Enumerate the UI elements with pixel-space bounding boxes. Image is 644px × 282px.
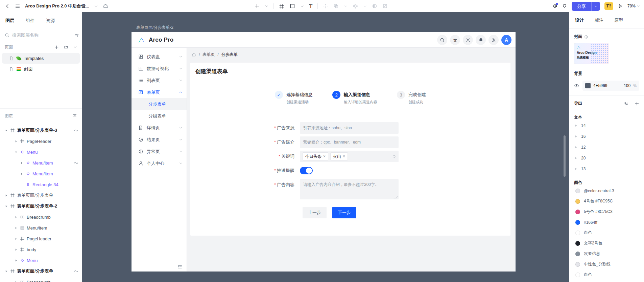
- filter-icon[interactable]: [74, 33, 79, 38]
- step-1[interactable]: ✓ 选择基础信息 创建渠道活动: [275, 91, 313, 105]
- design-canvas[interactable]: 表单页面/分步表单-2 Arco Pro 文 A 仪表盘 数据可视化: [82, 12, 569, 282]
- visibility-eye-icon[interactable]: [574, 83, 579, 88]
- mock-sidebar-fold-icon[interactable]: [177, 264, 183, 269]
- background-color-field[interactable]: 4E5969 100 %: [582, 81, 639, 91]
- color-row[interactable]: 5号色 #8C75C3: [569, 207, 644, 217]
- keywords-tag-input[interactable]: 今日头条× 火山×: [300, 151, 399, 162]
- mock-menu-exception[interactable]: 异常页: [132, 146, 187, 157]
- mock-menu-result[interactable]: 结果页: [132, 134, 187, 146]
- mock-menu-form[interactable]: 表单页: [132, 86, 187, 98]
- opacity-value[interactable]: 100: [624, 83, 630, 88]
- user-avatar-badge[interactable]: T?: [604, 2, 613, 10]
- title-dropdown-icon[interactable]: [94, 4, 98, 8]
- color-row[interactable]: 次要信息: [569, 248, 644, 259]
- tab-design[interactable]: 设计: [575, 17, 584, 23]
- search-input[interactable]: [12, 32, 72, 38]
- resize-handle[interactable]: [393, 196, 399, 198]
- mock-menu-group-form[interactable]: 分组表单: [132, 110, 187, 122]
- move-tool-icon[interactable]: [323, 3, 328, 9]
- color-row[interactable]: 白色: [569, 269, 644, 280]
- mock-settings-icon[interactable]: [488, 35, 499, 45]
- zoom-dropdown-icon[interactable]: [637, 4, 640, 8]
- layer-row[interactable]: Breadcrumb: [0, 212, 82, 222]
- tab-annotate[interactable]: 标注: [595, 17, 603, 23]
- text-size-row[interactable]: 16: [569, 131, 644, 142]
- present-play-icon[interactable]: [618, 3, 623, 9]
- layer-row[interactable]: Menu/item: [0, 157, 82, 168]
- canvas-scrollbar[interactable]: [564, 135, 566, 177]
- keyword-tag[interactable]: 今日头条×: [303, 152, 328, 160]
- text-size-row[interactable]: 12: [569, 142, 644, 153]
- mock-theme-icon[interactable]: [463, 35, 473, 45]
- keyword-tag[interactable]: 火山×: [330, 152, 348, 160]
- color-row[interactable]: 4号色 #F8C95C: [569, 196, 644, 207]
- page-folder-icon[interactable]: [64, 45, 68, 49]
- color-row[interactable]: 中性色_分割线: [569, 259, 644, 269]
- text-tool-icon[interactable]: T: [309, 3, 312, 9]
- frame-label[interactable]: 表单页面/分步表单-2: [136, 25, 173, 30]
- main-menu-icon[interactable]: [15, 3, 20, 9]
- tab-resources[interactable]: 资源: [46, 18, 55, 24]
- text-size-row[interactable]: 20: [569, 153, 644, 164]
- share-button[interactable]: 分享: [572, 2, 600, 11]
- boolean-tool-icon[interactable]: [333, 3, 339, 9]
- ad-content-textarea[interactable]: 请输入广告内容介绍，最多不超过200字。: [300, 179, 399, 199]
- mock-bell-icon[interactable]: [476, 35, 486, 45]
- component-tool-icon[interactable]: [353, 3, 358, 9]
- layer-row[interactable]: body: [0, 244, 82, 255]
- layer-row[interactable]: 表单页面/分步表单: [0, 266, 82, 277]
- mock-menu-dashboard[interactable]: 仪表盘: [132, 51, 187, 63]
- ad-source-input[interactable]: 引荐来源地址：sohu、sina: [300, 122, 399, 134]
- insert-tool-dropdown-icon[interactable]: [265, 4, 268, 8]
- document-title[interactable]: Arco Design Pro 2.0 中后台设...: [25, 3, 89, 9]
- plugins-icon[interactable]: [552, 3, 557, 9]
- breadcrumb-item[interactable]: 分步表单: [221, 52, 238, 58]
- color-row[interactable]: #1664ff: [569, 217, 644, 227]
- add-page-icon[interactable]: [54, 45, 59, 49]
- layer-row[interactable]: Menu: [0, 255, 82, 266]
- breadcrumb-item[interactable]: 表单页: [202, 52, 215, 58]
- layer-row[interactable]: 表单页面/分步表单-2: [0, 201, 82, 212]
- tab-layers[interactable]: 图层: [5, 18, 14, 24]
- mock-menu-dataviz[interactable]: 数据可视化: [132, 63, 187, 74]
- layer-row[interactable]: PageHeader: [0, 233, 82, 244]
- mock-avatar[interactable]: A: [501, 35, 511, 45]
- cover-thumbnail[interactable]: Arco Design 系统模板: [574, 43, 609, 64]
- mask-tool-icon[interactable]: [372, 3, 377, 9]
- color-swatch[interactable]: [585, 83, 591, 88]
- layer-row[interactable]: 表单页面/分步表单: [0, 190, 82, 201]
- layer-row[interactable]: Rectangle 34: [0, 179, 82, 190]
- ad-medium-input[interactable]: 营销媒介：cpc、bannner、edm: [300, 136, 399, 148]
- mock-menu-user-center[interactable]: 个人中心: [132, 157, 187, 169]
- design-frame[interactable]: Arco Pro 文 A 仪表盘 数据可视化 列表页 表单页 分步表单 分组表单…: [132, 32, 516, 272]
- pages-collapse-icon[interactable]: [73, 45, 77, 49]
- layer-row[interactable]: Menu/item: [0, 168, 82, 179]
- color-row[interactable]: 文字2号色: [569, 238, 644, 248]
- add-export-icon[interactable]: [635, 101, 639, 106]
- mock-language-icon[interactable]: 文: [450, 35, 460, 45]
- insert-tool-icon[interactable]: [254, 3, 260, 9]
- layer-row[interactable]: Menu: [0, 147, 82, 157]
- tag-expand-icon[interactable]: [392, 155, 396, 158]
- color-row[interactable]: @color-neutral-3: [569, 186, 644, 196]
- text-size-row[interactable]: 13: [569, 164, 644, 174]
- help-bulb-icon[interactable]: [562, 3, 567, 9]
- mock-menu-list[interactable]: 列表页: [132, 74, 187, 86]
- push-notify-switch[interactable]: [300, 167, 313, 174]
- prev-step-button[interactable]: 上一步: [303, 207, 327, 218]
- color-hex-value[interactable]: 4E5969: [593, 83, 621, 88]
- collapse-layers-icon[interactable]: [72, 113, 77, 118]
- info-icon[interactable]: [584, 35, 588, 39]
- tag-close-icon[interactable]: ×: [323, 154, 326, 159]
- shape-tool-icon[interactable]: [290, 3, 295, 9]
- boolean-dropdown-icon[interactable]: [344, 4, 348, 8]
- page-item-templates[interactable]: Templates: [2, 53, 80, 64]
- tab-components[interactable]: 组件: [26, 18, 34, 24]
- export-settings-icon[interactable]: [624, 101, 628, 106]
- tab-prototype[interactable]: 原型: [614, 17, 623, 23]
- step-2[interactable]: 2 输入渠道信息 输入详细的渠道内容: [332, 91, 377, 105]
- tag-close-icon[interactable]: ×: [343, 154, 345, 159]
- mock-search-icon[interactable]: [437, 35, 447, 45]
- page-item-cover[interactable]: 封面: [2, 64, 80, 74]
- share-dropdown-icon[interactable]: [591, 2, 600, 11]
